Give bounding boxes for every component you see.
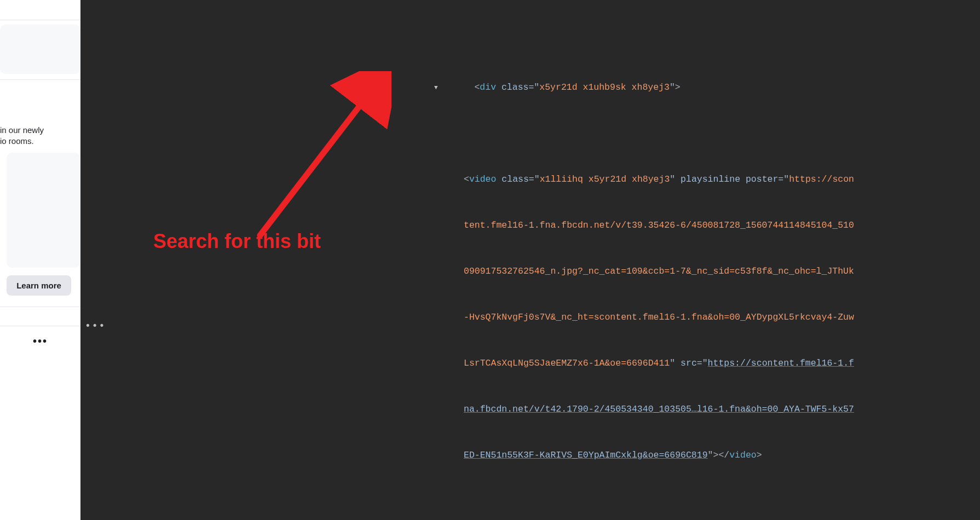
sidebar-description: in our newly io rooms. — [0, 125, 80, 147]
learn-more-button[interactable]: Learn more — [7, 275, 71, 296]
dom-node-video-cont: LsrTCAsXqLNg5SJaeEMZ7x6-1A&oe=6696D411" … — [80, 356, 980, 371]
divider — [0, 20, 80, 20]
sidebar-card — [0, 25, 80, 74]
disclosure-triangle-icon[interactable]: ▼ — [434, 80, 438, 95]
sidebar-text-line: io rooms. — [0, 136, 34, 146]
dom-node-video[interactable]: <video class="x1lliihq x5yr21d xh8yej3" … — [80, 172, 980, 187]
dom-node-div[interactable]: ▼<div class="x5yr21d x1uhb9sk xh8yej3"> — [80, 65, 980, 111]
dom-node-video-cont: -HvsQ7kNvgFj0s7V&_nc_ht=scontent.fmel16-… — [80, 310, 980, 325]
page-sidebar: in our newly io rooms. Learn more ••• — [0, 0, 80, 520]
devtools-elements-panel[interactable]: ••• ▼<div class="x5yr21d x1uhb9sk xh8yej… — [80, 0, 980, 520]
dom-node-video-cont: na.fbcdn.net/v/t42.1790-2/450534340_1035… — [80, 402, 980, 417]
dom-node-video-cont: ED-EN51n55K3F-KaRIVS_E0YpAImCxklg&oe=669… — [80, 448, 980, 463]
sidebar-media-placeholder — [7, 153, 80, 268]
more-options-button[interactable]: ••• — [0, 326, 80, 356]
annotation-label: Search for this bit — [153, 230, 321, 253]
sidebar-text-line: in our newly — [0, 125, 44, 135]
dom-node-video-cont: 090917532762546_n.jpg?_nc_cat=109&ccb=1-… — [80, 264, 980, 279]
dom-tree[interactable]: ▼<div class="x5yr21d x1uhb9sk xh8yej3"> … — [80, 0, 980, 520]
